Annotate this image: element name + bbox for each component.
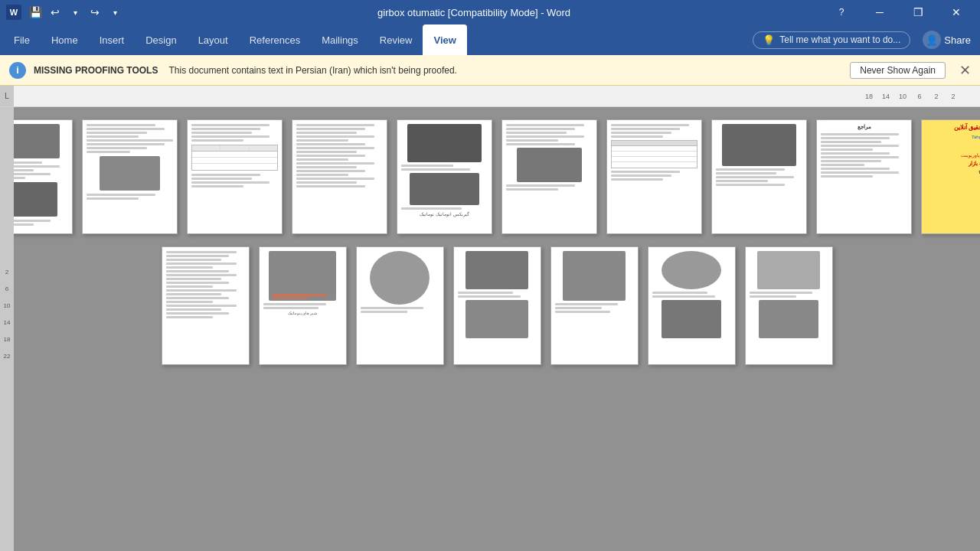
page-5-content: گیربکس اتوماتیک توماتیک <box>397 120 492 233</box>
page-9-content: مراجع <box>817 120 911 233</box>
tab-home[interactable]: Home <box>41 24 89 55</box>
ruler-left-corner[interactable]: L <box>0 86 14 106</box>
ribbon: File Home Insert Design Layout Reference… <box>0 24 980 55</box>
minimize-button[interactable]: ─ <box>862 0 897 24</box>
page-thumb-17[interactable] <box>745 246 833 365</box>
tab-view[interactable]: View <box>423 24 466 55</box>
ruler-num-2b: 2 <box>945 93 962 100</box>
page-16-content <box>648 247 735 364</box>
tab-design[interactable]: Design <box>135 24 187 55</box>
page-thumb-5[interactable]: گیربکس اتوماتیک توماتیک <box>397 119 492 234</box>
notification-bar: i MISSING PROOFING TOOLS This document c… <box>0 55 980 86</box>
notification-title: MISSING PROOFING TOOLS <box>34 65 158 76</box>
lightbulb-icon: 💡 <box>763 34 775 46</box>
horizontal-ruler: L 18 14 10 6 2 2 <box>0 86 980 107</box>
page-thumb-9[interactable]: مراجع <box>816 119 912 234</box>
notification-close-button[interactable]: ✕ <box>959 64 971 77</box>
share-label: Share <box>944 34 971 46</box>
notification-message: This document contains text in Persian (… <box>168 65 456 76</box>
tab-file[interactable]: File <box>3 24 41 55</box>
restore-button[interactable]: ❒ <box>900 0 936 24</box>
tab-review[interactable]: Review <box>369 24 423 55</box>
page-thumb-14[interactable] <box>453 246 541 365</box>
ruler-main: 18 14 10 6 2 2 <box>14 86 980 106</box>
vertical-ruler: 2 6 10 14 18 22 <box>0 107 14 551</box>
page-1-content <box>14 120 72 233</box>
person-icon: 👤 <box>923 31 941 49</box>
tab-references[interactable]: References <box>239 24 311 55</box>
never-show-again-button[interactable]: Never Show Again <box>850 62 946 79</box>
page-14-content <box>454 247 541 364</box>
page-thumb-8[interactable] <box>711 119 807 234</box>
page-11-content <box>162 247 249 364</box>
page-thumb-3[interactable] <box>187 119 283 234</box>
page-4-content <box>292 120 387 233</box>
undo-qat-button[interactable]: ↩ <box>46 3 64 21</box>
page-17-content <box>746 247 832 364</box>
vruler-num-2: 2 <box>4 263 11 280</box>
tab-layout[interactable]: Layout <box>188 24 239 55</box>
vruler-num-14: 14 <box>4 314 11 331</box>
tell-me-label: Tell me what you want to do... <box>779 34 900 45</box>
page-thumb-13[interactable] <box>356 246 444 365</box>
page-thumb-7[interactable] <box>606 119 702 234</box>
page-row-2: شیر های پنوماتیک <box>162 246 833 365</box>
title-bar-title: girbox otumatic [Compatibility Mode] - W… <box>124 7 824 18</box>
page-13-content <box>357 247 443 364</box>
page-thumb-12[interactable]: شیر های پنوماتیک <box>259 246 347 365</box>
customize-qat-button[interactable]: ▾ <box>106 3 124 21</box>
page-12-content: شیر های پنوماتیک <box>260 247 346 364</box>
page-thumb-10[interactable]: تحقیق آنلاین Tahghighonline.ir 🔗 مرجع دا… <box>921 119 980 234</box>
help-button[interactable]: ? <box>824 0 859 24</box>
tab-mailings[interactable]: Mailings <box>311 24 369 55</box>
page-8-content <box>712 120 806 233</box>
vruler-num-18: 18 <box>4 331 11 347</box>
close-button[interactable]: ✕ <box>939 0 974 24</box>
undo-dropdown-button[interactable]: ▾ <box>66 3 84 21</box>
page-thumb-6[interactable] <box>501 119 597 234</box>
page-2-content <box>83 120 177 233</box>
tab-insert[interactable]: Insert <box>89 24 136 55</box>
title-bar: W 💾 ↩ ▾ ↪ ▾ girbox otumatic [Compatibili… <box>0 0 980 24</box>
page-10-ad-content: تحقیق آنلاین Tahghighonline.ir 🔗 مرجع دا… <box>922 120 980 233</box>
ruler-num-2a: 2 <box>928 93 945 100</box>
vruler-num-22: 22 <box>4 347 11 364</box>
info-icon: i <box>9 62 26 79</box>
page-thumb-1[interactable] <box>14 119 73 234</box>
page-thumb-16[interactable] <box>648 246 736 365</box>
vertical-ruler-numbers: 2 6 10 14 18 22 <box>4 263 11 364</box>
ruler-num-14: 14 <box>877 93 894 100</box>
ruler-num-10: 10 <box>894 93 911 100</box>
page-15-content <box>551 247 638 364</box>
page-row-1: گیربکس اتوماتیک توماتیک <box>14 119 980 234</box>
ruler-num-6: 6 <box>911 93 928 100</box>
page-7-content <box>607 120 701 233</box>
vruler-num-10: 10 <box>4 297 11 314</box>
main-content: 2 6 10 14 18 22 <box>0 107 980 551</box>
page-thumb-4[interactable] <box>292 119 387 234</box>
ruler-num-18: 18 <box>861 93 877 100</box>
title-bar-left: W 💾 ↩ ▾ ↪ ▾ <box>6 3 124 21</box>
ruler-numbers: 18 14 10 6 2 2 <box>17 93 977 100</box>
redo-qat-button[interactable]: ↪ <box>86 3 104 21</box>
vruler-num-6: 6 <box>4 280 11 297</box>
word-icon: W <box>6 5 21 20</box>
page-thumb-11[interactable] <box>162 246 250 365</box>
quick-access-toolbar: 💾 ↩ ▾ ↪ ▾ <box>26 3 124 21</box>
page-6-content <box>502 120 596 233</box>
title-bar-controls: ? ─ ❒ ✕ <box>824 0 974 24</box>
save-qat-button[interactable]: 💾 <box>26 3 44 21</box>
page-3-content <box>188 120 282 233</box>
page-thumb-15[interactable] <box>550 246 639 365</box>
document-area[interactable]: گیربکس اتوماتیک توماتیک <box>14 107 980 551</box>
tell-me-input[interactable]: 💡 Tell me what you want to do... <box>753 31 910 49</box>
share-button[interactable]: 👤 Share <box>923 31 971 49</box>
page-thumb-2[interactable] <box>82 119 178 234</box>
